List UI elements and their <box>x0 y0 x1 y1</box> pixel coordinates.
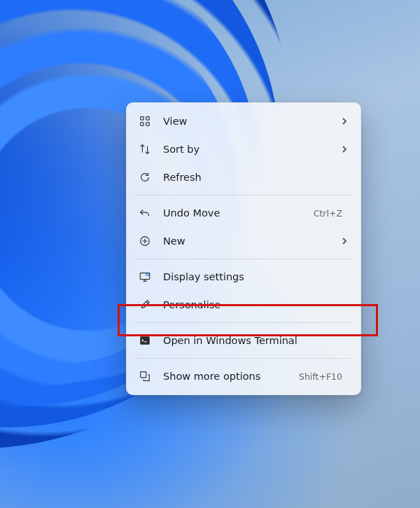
menu-item-open-in-terminal[interactable]: Open in Windows Terminal <box>131 327 356 355</box>
plus-circle-icon <box>138 234 152 248</box>
menu-item-label: Show more options <box>163 371 299 382</box>
svg-rect-3 <box>146 123 150 126</box>
svg-rect-2 <box>141 123 144 126</box>
menu-item-label: View <box>163 116 341 127</box>
menu-item-display-settings[interactable]: Display settings <box>131 263 356 291</box>
menu-item-label: Sort by <box>163 144 341 155</box>
paintbrush-icon <box>138 298 152 312</box>
menu-separator <box>134 195 354 195</box>
menu-item-personalise[interactable]: Personalise <box>131 291 356 319</box>
svg-rect-8 <box>141 372 146 378</box>
chevron-right-icon <box>341 144 348 155</box>
menu-separator <box>134 322 354 323</box>
menu-item-label: New <box>163 235 341 247</box>
menu-item-label: Refresh <box>163 172 348 183</box>
menu-item-label: Personalise <box>163 299 348 310</box>
terminal-icon <box>138 334 152 348</box>
menu-item-refresh[interactable]: Refresh <box>131 163 356 191</box>
undo-icon <box>138 206 152 220</box>
svg-rect-0 <box>141 117 144 121</box>
menu-separator <box>134 358 354 359</box>
refresh-icon <box>138 170 152 184</box>
display-settings-icon <box>138 270 152 284</box>
svg-point-6 <box>146 273 149 276</box>
menu-item-sort-by[interactable]: Sort by <box>131 135 356 163</box>
chevron-right-icon <box>341 116 348 127</box>
svg-rect-7 <box>140 336 150 345</box>
menu-item-shortcut: Shift+F10 <box>299 371 342 382</box>
menu-item-show-more-options[interactable]: Show more options Shift+F10 <box>131 362 356 390</box>
menu-item-new[interactable]: New <box>131 227 356 255</box>
menu-item-shortcut: Ctrl+Z <box>314 208 342 219</box>
sort-icon <box>138 142 152 156</box>
menu-item-label: Open in Windows Terminal <box>163 335 348 346</box>
menu-item-undo-move[interactable]: Undo Move Ctrl+Z <box>131 199 356 227</box>
show-more-icon <box>138 369 152 383</box>
desktop-context-menu: View Sort by Refresh Undo Move Ctrl+Z Ne… <box>126 102 361 395</box>
view-icon <box>138 114 152 128</box>
chevron-right-icon <box>341 235 348 247</box>
menu-item-label: Display settings <box>163 271 348 282</box>
menu-separator <box>134 259 354 259</box>
menu-item-view[interactable]: View <box>131 107 356 135</box>
menu-item-label: Undo Move <box>163 207 314 219</box>
svg-rect-1 <box>146 117 150 121</box>
